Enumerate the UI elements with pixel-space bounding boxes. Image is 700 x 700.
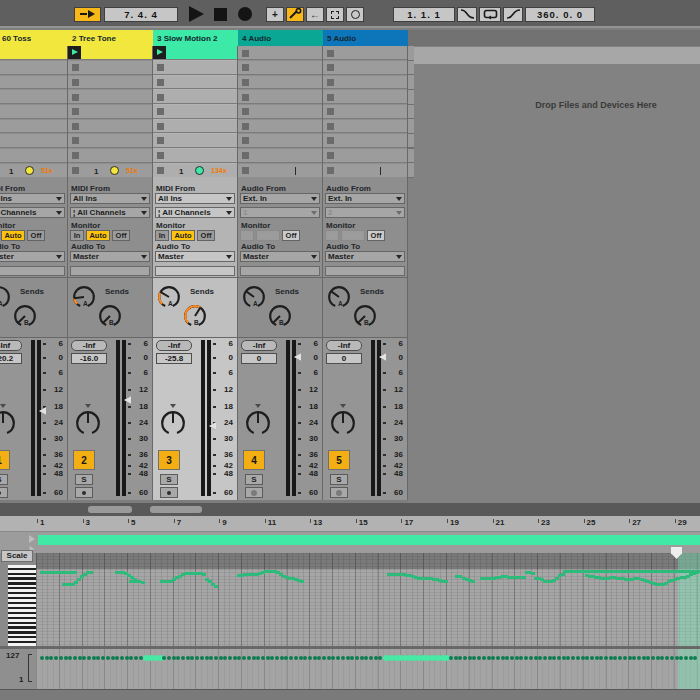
play-button[interactable] (189, 6, 204, 22)
input-type-dropdown[interactable]: All Ins (155, 193, 235, 204)
volume-fader-handle[interactable] (379, 353, 386, 361)
pan-knob[interactable] (329, 409, 357, 441)
velocity-marker[interactable] (73, 656, 77, 660)
clip-slot[interactable] (323, 90, 407, 104)
clip-slot[interactable] (238, 134, 322, 148)
input-channel-dropdown[interactable]: ¦ All Channels (155, 207, 235, 218)
solo-button[interactable]: S (330, 474, 348, 485)
clip-slot[interactable] (323, 120, 407, 134)
velocity-marker[interactable] (346, 656, 350, 660)
midi-note[interactable] (531, 572, 535, 575)
send-a-knob[interactable] (0, 284, 12, 314)
track-header[interactable]: 4 Audio (238, 30, 323, 46)
solo-button[interactable]: S (245, 474, 263, 485)
velocity-marker[interactable] (219, 656, 223, 660)
clip-slot[interactable] (68, 149, 152, 163)
velocity-marker[interactable] (360, 656, 364, 660)
clip-slot[interactable] (238, 149, 322, 163)
midi-note[interactable] (89, 571, 93, 574)
clip-slot[interactable] (153, 134, 237, 148)
velocity-marker[interactable] (496, 656, 500, 660)
clip-slot[interactable] (0, 105, 67, 119)
velocity-marker[interactable] (111, 656, 115, 660)
send-a-knob[interactable] (241, 284, 267, 314)
track-column-1[interactable]: 60 Toss151xMIDI FromAll InsAll ChannelsM… (0, 30, 68, 500)
clip-slot[interactable] (323, 46, 407, 60)
velocity-marker[interactable] (581, 656, 585, 660)
velocity-marker[interactable] (205, 656, 209, 660)
volume-fader-handle[interactable] (209, 422, 216, 430)
velocity-marker[interactable] (45, 656, 49, 660)
input-channel-dropdown[interactable]: 2 (325, 207, 405, 218)
arm-button[interactable] (0, 487, 8, 498)
clip-slot[interactable] (0, 76, 67, 90)
clip-slot[interactable] (0, 120, 67, 134)
monitor-in-button[interactable]: In (155, 230, 169, 241)
clip-slot[interactable] (153, 105, 237, 119)
clip-slot[interactable] (153, 76, 237, 90)
send-b-knob[interactable] (12, 303, 38, 333)
output-dropdown[interactable]: Master (70, 251, 150, 262)
volume-fader-handle[interactable] (294, 353, 301, 361)
velocity-marker[interactable] (181, 656, 185, 660)
velocity-marker[interactable] (40, 656, 44, 660)
loop-start-display[interactable]: 1. 1. 1 (393, 7, 455, 22)
arm-button[interactable] (245, 487, 263, 498)
velocity-marker[interactable] (374, 656, 378, 660)
velocity-marker[interactable] (562, 656, 566, 660)
clip-slot[interactable] (0, 149, 67, 163)
follow-button[interactable] (74, 7, 101, 22)
velocity-marker[interactable] (463, 656, 467, 660)
clip-slot[interactable] (153, 120, 237, 134)
velocity-marker[interactable] (200, 656, 204, 660)
velocity-marker[interactable] (261, 656, 265, 660)
input-type-dropdown[interactable]: All Ins (0, 193, 65, 204)
arm-button[interactable] (75, 487, 93, 498)
clip-slot[interactable] (153, 61, 237, 75)
volume-fader-handle[interactable] (39, 407, 46, 415)
velocity-marker[interactable] (78, 656, 82, 660)
track-activator-button[interactable]: 4 (243, 450, 265, 470)
pan-knob[interactable] (244, 409, 272, 441)
velocity-marker[interactable] (675, 656, 679, 660)
track-header[interactable]: 5 Audio (323, 30, 408, 46)
clip-slot[interactable] (68, 90, 152, 104)
velocity-marker[interactable] (548, 656, 552, 660)
midi-note[interactable] (695, 571, 699, 574)
velocity-marker[interactable] (642, 656, 646, 660)
velocity-marker[interactable] (637, 656, 641, 660)
track-column-4[interactable]: 4 AudioAudio FromExt. In1MonitorInAutoOf… (238, 30, 323, 500)
midi-note[interactable] (561, 573, 565, 576)
velocity-marker[interactable] (120, 656, 124, 660)
velocity-marker[interactable] (595, 656, 599, 660)
clip-slot[interactable] (323, 105, 407, 119)
arm-button[interactable] (160, 487, 178, 498)
loop-start-marker[interactable] (29, 535, 35, 543)
clip-slot[interactable] (323, 134, 407, 148)
volume-display[interactable]: -25.8 (156, 353, 192, 364)
monitor-auto-button[interactable]: Auto (256, 230, 280, 241)
clip-slot[interactable] (238, 120, 322, 134)
volume-fader-handle[interactable] (124, 396, 131, 404)
midi-note[interactable] (202, 573, 206, 576)
velocity-marker[interactable] (106, 656, 110, 660)
track-column-3[interactable]: 3 Slow Motion 21134xMIDI FromAll Ins¦ Al… (153, 30, 238, 500)
track-column-5[interactable]: 5 AudioAudio FromExt. In2MonitorInAutoOf… (323, 30, 408, 500)
clip-slot[interactable] (68, 61, 152, 75)
volume-display[interactable]: 0 (241, 353, 277, 364)
track-header[interactable]: 2 Tree Tone (68, 30, 153, 46)
velocity-marker[interactable] (214, 656, 218, 660)
velocity-marker[interactable] (322, 656, 326, 660)
scale-fold-button[interactable]: Scale (1, 550, 33, 562)
velocity-marker[interactable] (355, 656, 359, 660)
velocity-marker[interactable] (92, 656, 96, 660)
velocity-marker[interactable] (134, 656, 138, 660)
velocity-marker[interactable] (327, 656, 331, 660)
velocity-marker[interactable] (510, 656, 514, 660)
session-scrollbar-thumb[interactable] (88, 506, 132, 513)
peak-level-display[interactable]: -Inf (326, 340, 362, 351)
midi-note[interactable] (300, 580, 304, 583)
monitor-in-button[interactable]: In (70, 230, 84, 241)
send-b-knob[interactable] (352, 303, 378, 333)
clip-slot[interactable] (238, 46, 322, 60)
